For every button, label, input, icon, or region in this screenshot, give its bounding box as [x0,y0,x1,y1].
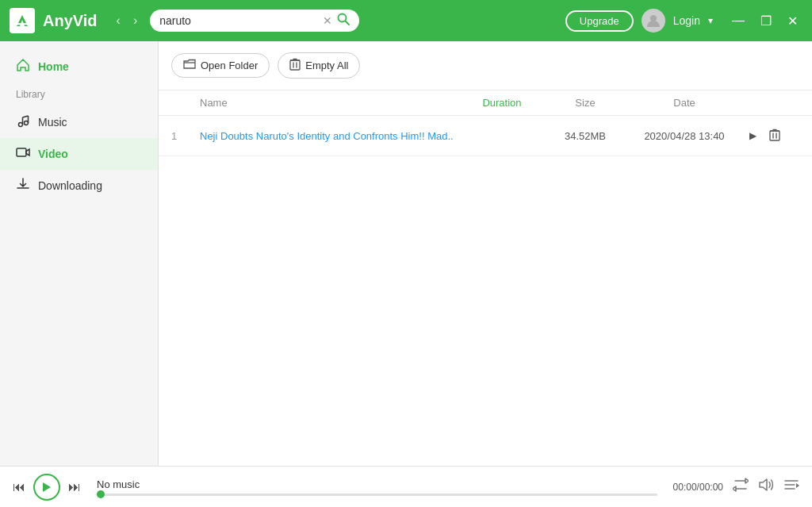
next-button[interactable]: ⏭ [68,480,81,494]
prev-button[interactable]: ⏮ [13,480,25,494]
player-controls: ⏮ ⏭ [13,474,81,501]
svg-rect-10 [17,148,26,156]
library-label: Library [0,83,158,106]
col-duration-header: Duration [458,97,546,109]
video-icon [16,145,30,163]
upgrade-button[interactable]: Upgrade [565,10,634,32]
open-folder-label: Open Folder [201,60,258,71]
sidebar-item-video[interactable]: Video [0,138,158,170]
search-button[interactable] [337,13,350,29]
repeat-button[interactable] [733,478,749,496]
row-name[interactable]: Neji Doubts Naruto's Identity and Confro… [200,130,458,142]
svg-line-3 [346,21,350,25]
svg-point-4 [650,15,657,21]
maximize-button[interactable]: ❐ [756,12,776,30]
user-avatar [642,9,665,33]
row-delete-button[interactable] [769,129,780,144]
sidebar-item-music[interactable]: Music [0,106,158,138]
row-number: 1 [171,130,200,142]
login-button[interactable]: Login [673,14,700,27]
forward-button[interactable]: › [128,10,142,31]
song-title: No music [97,478,657,490]
downloading-label: Downloading [38,179,102,192]
song-info: No music [90,478,664,496]
play-pause-button[interactable] [33,474,60,501]
volume-button[interactable] [758,478,774,496]
sidebar-item-downloading[interactable]: Downloading [0,170,158,202]
empty-all-button[interactable]: Empty All [278,52,360,79]
content-toolbar: Open Folder Empty All [159,41,812,90]
dropdown-arrow[interactable]: ▾ [708,15,713,26]
row-actions: ▶ [744,127,799,144]
video-label: Video [38,148,68,160]
close-button[interactable]: ✕ [783,12,802,30]
main-layout: Home Library Music Vide [0,41,812,466]
sidebar-item-home[interactable]: Home [0,51,158,83]
trash-icon [289,58,301,73]
time-display: 00:00/00:00 [673,482,723,493]
window-controls: — ❐ ✕ [727,12,802,30]
progress-bar[interactable] [97,494,657,496]
home-icon [16,58,30,75]
col-size-header: Size [546,97,625,109]
folder-icon [183,59,196,72]
svg-marker-25 [796,483,799,488]
player-bar: ⏮ ⏭ No music 00:00/00:00 [0,466,812,507]
table-header: Name Duration Size Date [159,90,812,116]
downloading-icon [16,177,30,194]
music-label: Music [38,116,67,129]
sidebar: Home Library Music Vide [0,41,159,466]
col-name-header: Name [200,97,458,109]
row-date: 2020/04/28 13:40 [625,130,744,142]
empty-all-label: Empty All [305,60,348,71]
app-logo [10,8,35,33]
player-extras [733,478,799,496]
minimize-button[interactable]: — [727,12,749,30]
home-label: Home [38,60,69,73]
progress-dot [97,490,105,498]
open-folder-button[interactable]: Open Folder [171,53,270,78]
playlist-button[interactable] [783,478,799,496]
svg-rect-16 [770,131,779,140]
music-icon [16,113,30,131]
search-input[interactable] [159,14,318,27]
title-bar: AnyVid ‹ › ✕ Upgrade Login ▾ — ❐ ✕ [0,0,812,41]
table-row: 1 Neji Doubts Naruto's Identity and Conf… [159,116,812,156]
search-bar: ✕ [150,10,359,32]
col-date-header: Date [625,97,744,109]
svg-rect-11 [290,60,300,70]
svg-marker-21 [43,482,51,492]
row-play-button[interactable]: ▶ [744,127,761,144]
svg-line-9 [23,116,29,117]
app-title: AnyVid [43,12,98,30]
svg-rect-1 [17,23,28,25]
back-button[interactable]: ‹ [112,10,125,31]
row-size: 34.52MB [546,130,625,142]
search-clear-button[interactable]: ✕ [323,14,332,27]
content-area: Open Folder Empty All Name Dura [159,41,812,466]
nav-buttons: ‹ › [112,10,143,31]
